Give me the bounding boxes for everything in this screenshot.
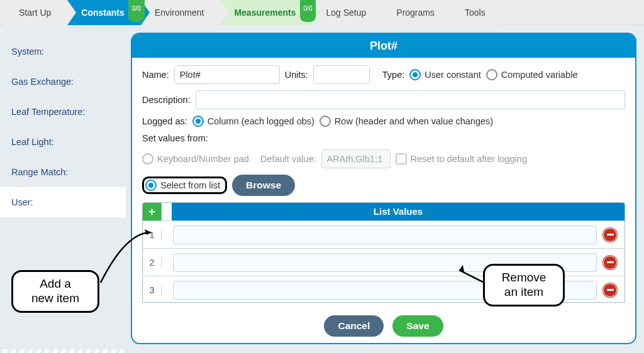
list-value-input[interactable]: [173, 225, 597, 244]
sidebar-item-leaf-temperature[interactable]: Leaf Temperature:: [0, 97, 126, 127]
tab-constants[interactable]: Constants0/0: [67, 0, 140, 25]
radio-select-from-list[interactable]: Select from list: [145, 180, 220, 191]
add-item-button[interactable]: +: [143, 203, 162, 220]
sidebar-item-system[interactable]: System:: [0, 36, 126, 67]
sidebar-item-leaf-light[interactable]: Leaf Light:: [0, 127, 126, 157]
radio-computed-variable[interactable]: Computed variable: [486, 69, 578, 80]
callout-add-item: Add a new item: [11, 270, 99, 313]
sidebar-item-user[interactable]: User:: [0, 187, 126, 217]
description-field[interactable]: [196, 90, 625, 109]
tab-logsetup[interactable]: Log Setup: [312, 0, 382, 25]
tab-startup[interactable]: Start Up: [5, 0, 67, 25]
units-label: Units:: [285, 70, 308, 80]
radio-logged-row[interactable]: Row (header and when value changes): [319, 116, 493, 127]
dialog-title: Plot#: [132, 34, 635, 58]
radio-keyboard[interactable]: Keyboard/Number pad: [142, 153, 249, 165]
type-label: Type:: [382, 70, 404, 80]
loggedas-label: Logged as:: [142, 116, 187, 126]
remove-item-button[interactable]: [603, 283, 617, 297]
units-field[interactable]: [313, 65, 370, 84]
arrow-add: [94, 226, 164, 289]
minus-icon: [607, 234, 614, 236]
save-button[interactable]: Save: [392, 315, 443, 337]
select-from-list-highlight: Select from list: [142, 176, 227, 194]
checkbox-reset-default[interactable]: Reset to default after logging: [396, 153, 527, 165]
name-label: Name:: [142, 70, 169, 80]
top-tabs: Start Up Constants0/0 Environment Measur…: [0, 0, 644, 25]
minus-icon: [607, 289, 614, 291]
list-row: 1: [143, 220, 625, 248]
name-field[interactable]: [174, 65, 280, 84]
list-values-header: List Values: [172, 203, 625, 220]
tab-environment[interactable]: Environment: [141, 0, 221, 25]
tab-measurements[interactable]: Measurements0/0: [220, 0, 312, 25]
defaultvalue-field: [321, 149, 391, 168]
setvalues-label: Set values from:: [142, 133, 208, 143]
cancel-button[interactable]: Cancel: [324, 315, 384, 337]
browse-button[interactable]: Browse: [232, 175, 295, 196]
radio-user-constant[interactable]: User constant: [409, 69, 480, 80]
sidebar-item-gas-exchange[interactable]: Gas Exchange:: [0, 67, 126, 97]
badge-constants: 0/0: [128, 0, 145, 22]
defaultvalue-label: Default value:: [260, 154, 316, 164]
minus-icon: [607, 261, 614, 263]
callout-remove-item: Remove an item: [483, 264, 565, 307]
remove-item-button[interactable]: [603, 256, 617, 269]
tab-programs[interactable]: Programs: [382, 0, 451, 25]
remove-item-button[interactable]: [603, 228, 617, 242]
description-label: Description:: [142, 95, 191, 105]
badge-measurements: 0/0: [300, 0, 316, 22]
torn-edge: [0, 349, 126, 353]
sidebar-item-range-match[interactable]: Range Match:: [0, 157, 126, 187]
radio-logged-column[interactable]: Column (each logged obs): [192, 116, 314, 127]
